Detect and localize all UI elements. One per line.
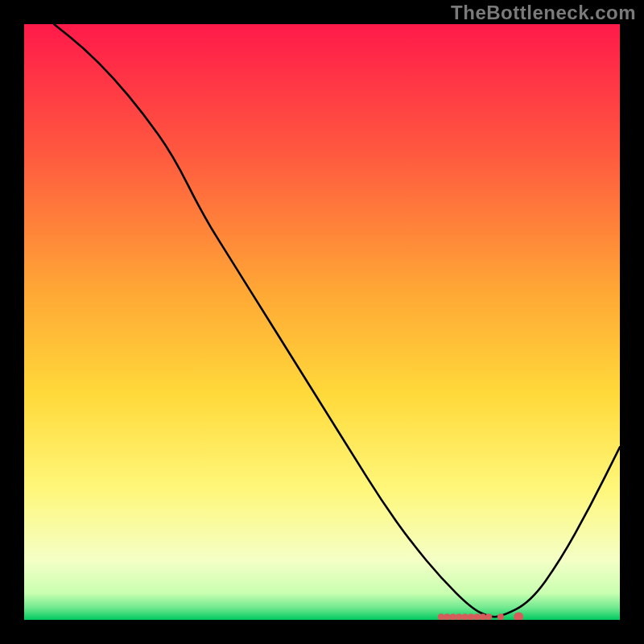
bottleneck-curve (24, 24, 620, 620)
baseline-dot (468, 613, 474, 620)
baseline-dot (444, 613, 450, 620)
baseline-dot (450, 613, 456, 620)
baseline-dot (456, 613, 462, 620)
baseline-dot (480, 613, 486, 620)
baseline-dot (473, 613, 480, 620)
curve-path (54, 24, 620, 617)
watermark-text: TheBottleneck.com (451, 2, 636, 24)
plot-area (24, 24, 620, 620)
baseline-dot (497, 613, 504, 620)
baseline-dot (514, 612, 523, 620)
baseline-dot (438, 613, 444, 620)
baseline-dot (462, 613, 469, 620)
baseline-dot (485, 613, 492, 620)
